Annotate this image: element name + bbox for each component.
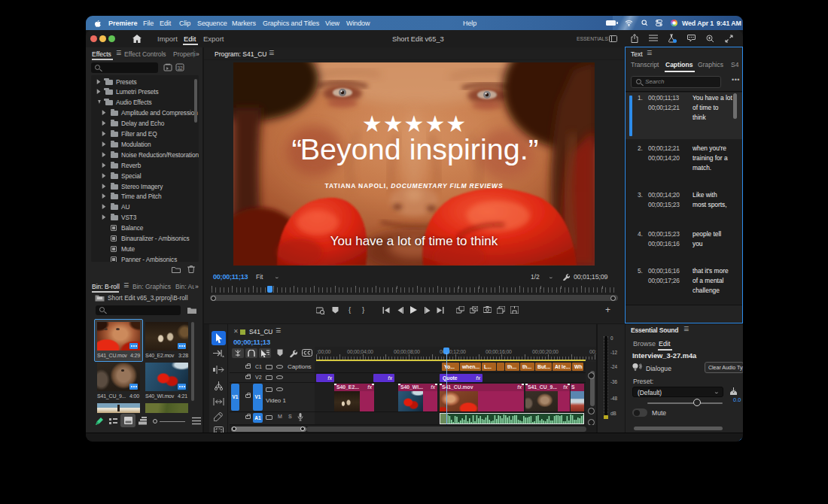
svg-text:32: 32 — [178, 65, 184, 71]
